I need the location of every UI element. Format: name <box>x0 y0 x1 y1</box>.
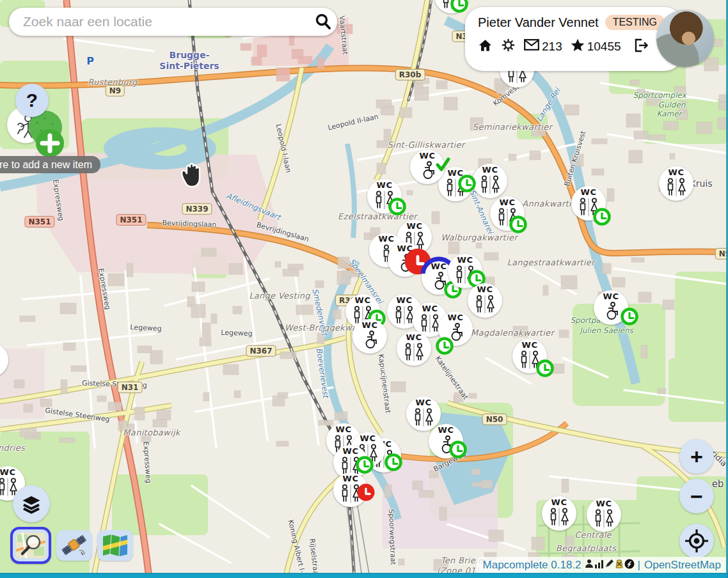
markers-layer: WCWCWCWCWCWCWCWCWCWCWCWCWCWCWCWCWCWCWCWC… <box>0 0 728 578</box>
zoom-out-button[interactable]: − <box>679 479 714 513</box>
flag-map-icon[interactable] <box>615 559 624 572</box>
home-icon[interactable] <box>478 38 493 55</box>
open-badge-icon <box>355 455 374 474</box>
osm-map-icon <box>16 533 45 558</box>
open-badge-icon <box>535 359 555 378</box>
folded-map-icon <box>101 533 129 558</box>
zoom-out-label: − <box>690 484 703 509</box>
search-icon[interactable] <box>309 8 337 36</box>
basemap-switcher <box>10 527 133 564</box>
bottom-bar <box>0 573 728 578</box>
open-badge-icon <box>450 0 469 13</box>
help-label: ? <box>26 90 38 111</box>
search-bar <box>9 8 337 36</box>
star-icon <box>571 38 585 55</box>
basemap-satellite-button[interactable] <box>56 530 92 561</box>
zoom-in-button[interactable]: + <box>679 439 714 474</box>
open-badge-icon <box>388 197 407 216</box>
changesets-stat[interactable]: 10455 <box>571 38 621 55</box>
contributors-icon[interactable] <box>585 559 594 572</box>
search-input[interactable] <box>22 13 309 30</box>
osm-link[interactable]: OpenStreetMap <box>644 559 721 572</box>
attribution-bar: Mapcomplete 0.18.2 | OpenStreetMap <box>477 557 726 574</box>
testing-badge: TESTING <box>605 15 665 30</box>
statistics-icon[interactable] <box>594 559 604 572</box>
closed-badge-icon <box>356 483 376 502</box>
open-badge-icon <box>448 440 468 459</box>
basemap-map-button[interactable] <box>97 530 133 561</box>
messages-stat[interactable]: 213 <box>524 39 562 54</box>
geolocate-button[interactable] <box>679 524 714 558</box>
zoom-controls: + − <box>679 439 714 513</box>
crosshair-icon <box>685 529 708 552</box>
changesets-count: 10455 <box>587 40 621 54</box>
layers-icon <box>20 492 43 515</box>
open-badge-icon <box>457 174 477 193</box>
logout-icon[interactable] <box>633 38 649 55</box>
zoom-in-label: + <box>690 444 703 469</box>
open-badge-icon <box>620 307 639 326</box>
check-badge-icon <box>433 155 452 174</box>
user-name[interactable]: Pieter Vander Vennet <box>478 15 599 30</box>
open-badge-icon <box>435 336 454 355</box>
open-badge-icon <box>592 207 612 226</box>
edit-pencil-icon[interactable] <box>605 559 614 572</box>
avatar[interactable] <box>656 10 714 67</box>
more-attribution-icon[interactable] <box>624 559 635 572</box>
messages-count: 213 <box>542 40 562 54</box>
mail-icon <box>524 39 539 54</box>
layers-button[interactable] <box>13 485 50 522</box>
hand-cursor-icon <box>179 161 205 193</box>
basemap-osm-button[interactable] <box>10 527 51 564</box>
add-item-tooltip: re to add a new item <box>0 156 100 173</box>
open-badge-icon <box>509 215 528 234</box>
help-button[interactable]: ? <box>15 84 49 117</box>
open-badge-icon <box>384 453 403 472</box>
satellite-icon <box>60 533 88 558</box>
attribution-separator: | <box>638 559 640 572</box>
user-panel: Pieter Vander Vennet TESTING 213 10455 <box>465 7 683 71</box>
settings-gear-icon[interactable] <box>501 38 516 55</box>
attribution-app-link[interactable]: Mapcomplete 0.18.2 <box>483 559 582 572</box>
